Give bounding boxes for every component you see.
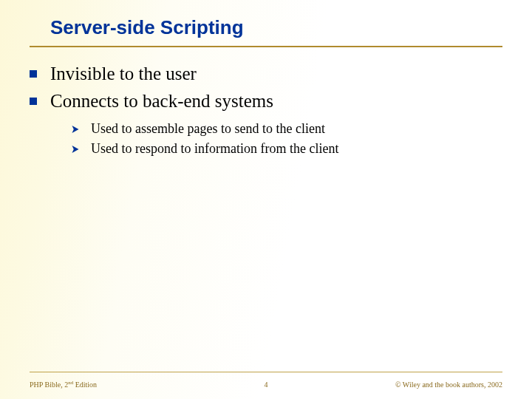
bullet-text: Invisible to the user	[50, 62, 197, 85]
footer-divider	[30, 372, 502, 372]
bullet-text: Connects to back-end systems	[50, 89, 273, 112]
bullet-level2: ➤ Used to assemble pages to send to the …	[71, 120, 502, 137]
bullet-level1: Invisible to the user	[30, 62, 502, 85]
slide-body: Invisible to the user Connects to back-e…	[30, 62, 502, 160]
bullet-level2: ➤ Used to respond to information from th…	[71, 140, 502, 157]
square-bullet-icon	[30, 70, 37, 78]
sub-bullet-text: Used to assemble pages to send to the cl…	[91, 120, 325, 137]
title-underline	[30, 46, 502, 47]
slide: Server-side Scripting Invisible to the u…	[0, 0, 532, 399]
slide-title: Server-side Scripting	[50, 16, 244, 39]
sub-bullet-text: Used to respond to information from the …	[91, 140, 338, 157]
bullet-level1: Connects to back-end systems	[30, 89, 502, 112]
square-bullet-icon	[30, 98, 37, 105]
sub-bullet-group: ➤ Used to assemble pages to send to the …	[71, 120, 502, 158]
chevron-right-icon: ➤	[71, 142, 79, 155]
footer-copyright: © Wiley and the book authors, 2002	[395, 381, 502, 389]
chevron-right-icon: ➤	[71, 122, 79, 135]
